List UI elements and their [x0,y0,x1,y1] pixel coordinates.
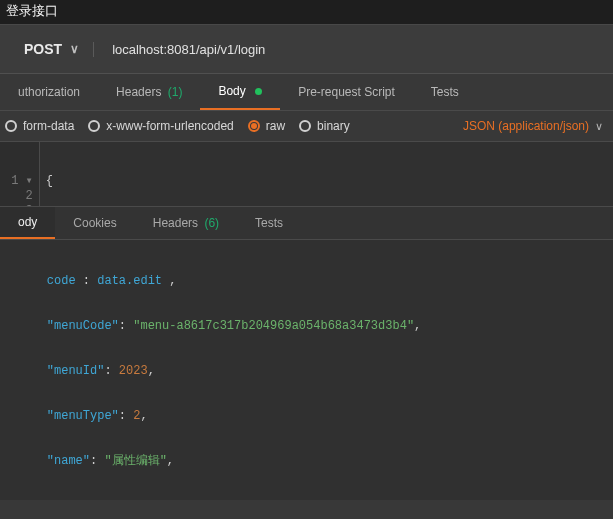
body-type-binary[interactable]: binary [299,119,350,133]
unsaved-dot-icon [255,88,262,95]
tab-pre-request[interactable]: Pre-request Script [280,75,413,109]
response-tabs: ody Cookies Headers (6) Tests [0,207,613,240]
tab-tests[interactable]: Tests [413,75,477,109]
radio-icon [299,120,311,132]
tab-headers-label: Headers [116,85,161,99]
tab-body[interactable]: Body [200,74,280,110]
radio-icon [88,120,100,132]
resp-tab-body[interactable]: ody [0,207,55,239]
tab-headers-count: (1) [168,85,183,99]
body-type-raw-label: raw [266,119,285,133]
request-body-editor[interactable]: 1 ▾234 { "identity":"13888888888", "pass… [0,142,613,207]
url-input-wrap [93,42,613,57]
http-method-select[interactable]: POST ∨ [10,33,93,65]
url-input[interactable] [112,42,613,57]
editor-content[interactable]: { "identity":"13888888888", "password":"… [40,142,613,206]
resp-tab-headers[interactable]: Headers (6) [135,208,237,238]
request-tabs: uthorization Headers (1) Body Pre-reques… [0,74,613,111]
http-method-label: POST [24,41,62,57]
chevron-down-icon: ∨ [70,42,79,56]
request-row: POST ∨ [0,25,613,74]
radio-icon [5,120,17,132]
body-type-binary-label: binary [317,119,350,133]
tab-headers[interactable]: Headers (1) [98,75,200,109]
editor-gutter: 1 ▾234 [0,142,40,206]
tab-authorization[interactable]: uthorization [0,75,98,109]
chevron-down-icon: ∨ [595,120,603,133]
body-type-form-data[interactable]: form-data [5,119,74,133]
resp-tab-headers-count: (6) [204,216,219,230]
resp-tab-headers-label: Headers [153,216,198,230]
body-type-row: form-data x-www-form-urlencoded raw bina… [0,111,613,142]
body-type-raw[interactable]: raw [248,119,285,133]
resp-tab-tests[interactable]: Tests [237,208,301,238]
tab-title: 登录接口 [0,0,613,25]
raw-content-type-label: JSON (application/json) [463,119,589,133]
resp-tab-cookies[interactable]: Cookies [55,208,134,238]
tab-body-label: Body [218,84,245,98]
radio-icon [248,120,260,132]
body-type-x-www-form-urlencoded[interactable]: x-www-form-urlencoded [88,119,233,133]
response-body-viewer[interactable]: code : data.edit , "menuCode": "menu-a86… [0,240,613,500]
body-type-form-data-label: form-data [23,119,74,133]
raw-content-type-select[interactable]: JSON (application/json) ∨ [463,119,603,133]
body-type-xform-label: x-www-form-urlencoded [106,119,233,133]
